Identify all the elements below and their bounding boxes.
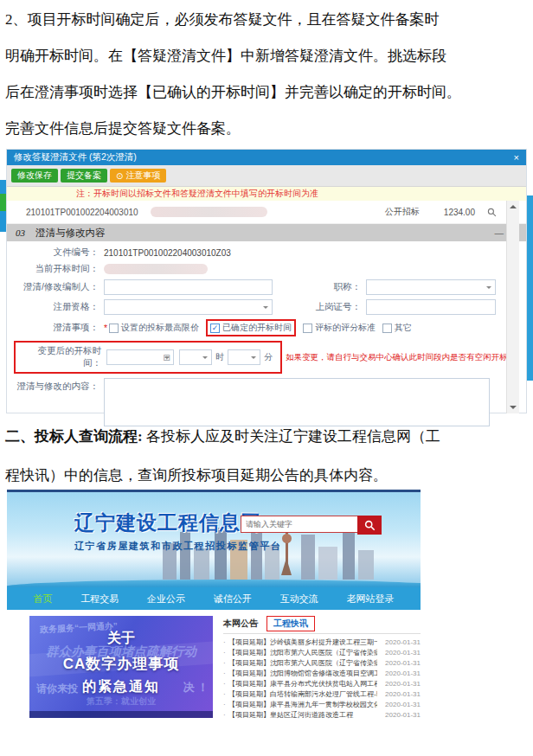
file-no-label: 文件编号： <box>14 247 99 259</box>
news-title[interactable]: 【项目延期】康平县海洲九年一贯制学校校园文化建... <box>228 700 377 709</box>
checkbox-icon[interactable] <box>109 324 119 333</box>
checkbox-label: 已确定的开标时间 <box>222 322 292 334</box>
background-strip-green <box>0 194 6 211</box>
news-title[interactable]: 【项目延期】沙岭镇美丽乡村提升建设工程三期一标段 <box>228 637 377 647</box>
nav-item-company-publicity[interactable]: 企业公示 <box>147 593 185 605</box>
scroll-down-icon[interactable] <box>510 406 517 409</box>
current-open-time-label: 当前开标时间： <box>14 263 99 275</box>
search-input[interactable] <box>241 516 358 533</box>
dialog-titlebar: 修改答疑澄清文件 (第2次澄清) × <box>7 150 526 165</box>
project-code: 210101TP001002204003010 <box>26 208 138 217</box>
site-search <box>241 516 382 535</box>
section-title: 澄清与修改内容 <box>35 227 106 240</box>
promo-title-line1: 关于 <box>29 630 213 648</box>
dialog-body: 210101TP001002204003010 公开招标 1234.00 03 … <box>7 201 526 413</box>
close-icon[interactable]: × <box>514 153 519 163</box>
date-picker-input[interactable]: ⊞ <box>106 349 174 365</box>
hour-select[interactable] <box>179 349 212 365</box>
project-row[interactable]: 210101TP001002204003010 公开招标 1234.00 <box>7 201 526 224</box>
para1-line: 2、项目开标时间确定后，必须发布答疑文件，且在答疑文件备案时 <box>5 2 528 38</box>
checkbox-icon[interactable] <box>382 324 392 333</box>
nav-item-interaction[interactable]: 互动交流 <box>280 593 318 605</box>
minute-select[interactable] <box>228 349 260 365</box>
minute-unit-label: 分 <box>264 351 273 363</box>
nav-item-credit[interactable]: 诚信公开 <box>214 593 252 605</box>
checkbox-label: 其它 <box>395 322 412 334</box>
section-number: 03 <box>16 227 25 238</box>
job-title-select[interactable] <box>366 279 496 295</box>
promo-banner[interactable]: 政务服务“一网通办” 群众办事百项堵点疏解行动 请你来投 决 ！ 第五季：就业创… <box>29 616 213 718</box>
city-building <box>194 548 209 580</box>
matters-label: 澄清事项： <box>14 322 99 334</box>
news-date: 2020-01-31 <box>377 670 421 677</box>
reg-qual-select[interactable] <box>104 299 273 315</box>
paragraph-instructions-1: 2、项目开标时间确定后，必须发布答疑文件，且在答疑文件备案时 明确开标时间。在【… <box>5 2 528 147</box>
tab-site-announcements[interactable]: 本网公告 <box>223 618 258 630</box>
dialog-scrollbar[interactable] <box>506 201 519 413</box>
promo-title-line2: CA数字办理事项 <box>29 654 213 674</box>
editor-label: 澄清/修改编制人： <box>14 281 99 293</box>
clarification-dialog: 修改答疑澄清文件 (第2次澄清) × 修改保存 提交备案 ⊙注意事项 注：开标时… <box>7 150 526 413</box>
background-strip-blue <box>0 180 6 194</box>
news-title[interactable]: 【项目延期】白塔转输南部污水处理厂管线工程-输... <box>228 689 377 699</box>
site-header-banner: 辽宁建设工程信息网 辽宁省房屋建筑和市政工程招投标监管平台 <box>7 490 421 587</box>
search-button[interactable] <box>357 516 382 535</box>
site-logo-subtitle: 辽宁省房屋建筑和市政工程招投标监管平台 <box>74 540 281 553</box>
list-item[interactable]: · 【项目延期】白塔转输南部污水处理厂管线工程-输... 2020-01-31 <box>223 689 421 699</box>
required-star: * <box>104 323 107 333</box>
collapse-icon[interactable]: — <box>495 227 504 238</box>
reg-qual-label: 注册资格： <box>14 301 99 313</box>
content-label: 澄清与修改的内容： <box>14 381 99 393</box>
list-item[interactable]: · 【项目延期】皇姑区辽河街道路改造工程 2020-01-31 <box>223 709 421 720</box>
news-title[interactable]: 【项目延期】沈阳市第六人民医院（辽宁省传染病医... <box>228 658 377 668</box>
scroll-up-icon[interactable] <box>510 205 517 208</box>
change-time-label: 变更后的开标时间： <box>20 345 101 369</box>
promo-title-line3: 的紧急通知 <box>29 678 213 696</box>
submit-record-button[interactable]: 提交备案 <box>61 169 107 183</box>
tender-amount: 1234.00 <box>444 208 475 217</box>
list-item[interactable]: · 【项目延期】沈阳市第六人民医院（辽宁省传染病医... 2020-01-31 <box>223 647 421 657</box>
website-screenshot: 辽宁建设工程信息网 辽宁省房屋建筑和市政工程招投标监管平台 首页 工程交易 企业… <box>7 490 421 720</box>
news-title[interactable]: 【项目延期】沈阳市第六人民医院（辽宁省传染病医... <box>228 648 377 657</box>
magnifier-icon[interactable] <box>487 208 497 217</box>
tab-project-news[interactable]: 工程快讯 <box>266 616 315 631</box>
section-header[interactable]: 03 澄清与修改内容 — <box>7 224 526 241</box>
checkbox-checked-icon[interactable]: ✓ <box>210 324 220 333</box>
list-item[interactable]: · 【项目延期】沈阳市第六人民医院（辽宁省传染病医... 2020-01-31 <box>223 657 421 668</box>
list-item[interactable]: · 【项目延期】康平县海洲九年一贯制学校校园文化建... 2020-01-31 <box>223 699 421 709</box>
checkbox-max-price[interactable]: 设置的投标最高限价 <box>109 322 199 334</box>
editor-input[interactable] <box>104 279 273 295</box>
tender-method: 公开招标 <box>385 206 420 218</box>
document-page: 2、项目开标时间确定后，必须发布答疑文件，且在答疑文件备案时 明确开标时间。在【… <box>0 0 533 756</box>
redacted-current-time <box>104 264 208 274</box>
news-title[interactable]: 【项目延期】皇姑区辽河街道路改造工程 <box>228 710 377 720</box>
checkbox-label: 评标的评分标准 <box>315 322 376 334</box>
nav-item-trading[interactable]: 工程交易 <box>80 593 119 605</box>
paragraph-instructions-2: 二、投标人查询流程: 各投标人应及时关注辽宁建设工程信息网（工 程快讯）中的信息… <box>5 417 528 495</box>
notice-button[interactable]: ⊙注意事项 <box>110 169 166 183</box>
checkbox-scoring-standard[interactable]: 评标的评分标准 <box>303 322 376 334</box>
news-date: 2020-01-31 <box>377 649 421 657</box>
nav-item-home[interactable]: 首页 <box>33 593 52 605</box>
job-title-label: 职称： <box>299 281 361 293</box>
list-item[interactable]: · 【项目延期】沙岭镇美丽乡村提升建设工程三期一标段 2020-01-31 <box>223 637 421 647</box>
clarification-form: 文件编号： 210101TP001002204003010Z03 当前开标时间：… <box>7 241 526 426</box>
news-date: 2020-01-31 <box>377 638 421 646</box>
save-button[interactable]: 修改保存 <box>11 169 58 183</box>
checkbox-other[interactable]: 其它 <box>382 322 412 334</box>
panel-tabs: 本网公告 工程快讯 <box>223 616 421 631</box>
news-title[interactable]: 【项目延期】康平县分布式光伏扶贫电站入网工程 <box>228 679 377 689</box>
cert-no-input[interactable] <box>366 299 496 315</box>
list-item[interactable]: · 【项目延期】沈阳博物馆馆舍修缮改造项目空调工程 2020-01-31 <box>223 668 421 678</box>
list-item[interactable]: · 【项目延期】康平县分布式光伏扶贫电站入网工程 2020-01-31 <box>223 678 421 689</box>
dialog-toolbar: 修改保存 提交备案 ⊙注意事项 <box>7 165 526 187</box>
news-title[interactable]: 【项目延期】沈阳博物馆馆舍修缮改造项目空调工程 <box>228 669 377 678</box>
checkbox-confirmed-open-time[interactable]: ✓ 已确定的开标时间 <box>210 322 292 334</box>
background-strip-blue <box>0 211 6 232</box>
city-building <box>301 535 315 580</box>
para1-line: 完善文件信息后提交答疑文件备案。 <box>5 111 528 147</box>
checkbox-icon[interactable] <box>303 324 312 333</box>
city-building <box>318 547 337 580</box>
nav-item-old-site-login[interactable]: 老网站登录 <box>347 593 395 605</box>
news-date: 2020-01-31 <box>377 659 421 667</box>
